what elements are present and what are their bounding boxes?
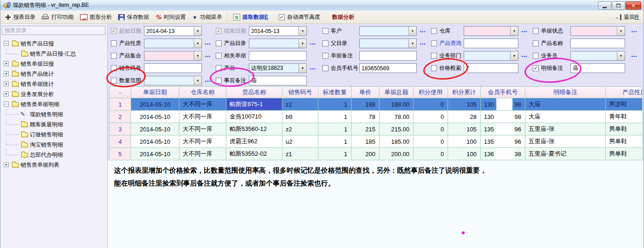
sales-code-input[interactable] bbox=[144, 63, 202, 73]
expand-icon[interactable]: + bbox=[4, 81, 9, 86]
product-set-lookup-button[interactable]: … bbox=[205, 52, 211, 58]
cell-total[interactable]: 200.00 bbox=[380, 148, 414, 160]
cell-warehouse[interactable]: 大不同一库 bbox=[179, 98, 226, 111]
cell-total[interactable]: 188.00 bbox=[380, 98, 414, 111]
cell-qty[interactable]: 1 bbox=[318, 111, 351, 123]
cell-date[interactable]: 2014-05-10 bbox=[131, 148, 179, 160]
header-cell-total[interactable]: 单据总额 bbox=[380, 87, 414, 98]
product-query-checkbox[interactable] bbox=[431, 40, 437, 46]
related-doc-input[interactable] bbox=[249, 51, 307, 61]
expand-icon[interactable]: + bbox=[4, 162, 9, 167]
related-doc-checkbox[interactable] bbox=[216, 53, 222, 59]
cell-date[interactable]: 2014-05-10 bbox=[131, 111, 179, 123]
cell-price[interactable]: 78 bbox=[351, 111, 380, 123]
customer-lookup-button[interactable]: … bbox=[420, 27, 426, 34]
dropdown-arrow-icon[interactable]: ▼ bbox=[299, 27, 306, 35]
tree-item-sales-product-daily[interactable]: -销售产品日报 bbox=[0, 39, 107, 49]
cell-phone[interactable]: 13638 bbox=[481, 148, 525, 160]
customer-checkbox[interactable] bbox=[322, 28, 328, 34]
end-date-checkbox[interactable]: ✓ bbox=[216, 28, 222, 34]
tree-item-sales-product-daily-summary[interactable]: 销售产品日报-汇总 bbox=[0, 49, 107, 59]
cell-qty[interactable]: 1 bbox=[318, 148, 351, 160]
cell-note[interactable]: 五里庙-张 bbox=[525, 123, 606, 135]
cell-points_used[interactable]: 0 bbox=[414, 123, 448, 135]
cell-warehouse[interactable]: 大不同一库 bbox=[179, 111, 226, 123]
dropdown-arrow-icon[interactable]: ▼ bbox=[408, 27, 416, 35]
tree-item-cash-sales-detail[interactable]: ✎现款销售明细 bbox=[0, 109, 107, 119]
cell-points_total[interactable]: 100 bbox=[448, 135, 481, 148]
toolbar-function-menu-button[interactable]: 功能菜单 bbox=[189, 11, 225, 23]
cell-price[interactable]: 185 bbox=[351, 135, 380, 148]
sales-detail-table[interactable]: -单据日期仓库名称货品名称销售码号标准数量单价单据总额积分使用积分累计会员手机号… bbox=[109, 86, 643, 161]
cell-warehouse[interactable]: 大不同一库 bbox=[179, 148, 226, 160]
collapse-icon[interactable]: - bbox=[4, 41, 9, 46]
cell-note[interactable]: 大庙 bbox=[525, 98, 606, 111]
end-date-dropdown[interactable]: 2014-05-13▼ bbox=[249, 26, 307, 36]
product-catalog-lookup-button[interactable]: … bbox=[310, 39, 316, 46]
cell-date[interactable]: 2014-05-10 bbox=[131, 98, 179, 111]
doc-status-lookup-button[interactable]: … bbox=[631, 27, 638, 34]
toolbar-chart-analysis-button[interactable]: 图形分析 bbox=[77, 11, 115, 23]
header-cell-date[interactable]: 单据日期 bbox=[131, 87, 179, 98]
cell-total[interactable]: 78.00 bbox=[380, 111, 414, 123]
cell-warehouse[interactable]: 大不同一库 bbox=[179, 135, 226, 148]
doc-note-checkbox[interactable] bbox=[322, 53, 328, 59]
qty-range-checkbox[interactable] bbox=[111, 78, 117, 84]
tree-item-sales-doc-daily[interactable]: +销售单据日报 bbox=[0, 59, 107, 69]
dropdown-arrow-icon[interactable]: ▼ bbox=[194, 76, 201, 85]
cell-total[interactable]: 185.00 bbox=[380, 135, 414, 148]
dropdown-arrow-icon[interactable]: ▼ bbox=[194, 27, 201, 35]
business-dept-lookup-button[interactable]: … bbox=[521, 52, 528, 58]
header-cell-phone[interactable]: 会员手机号 bbox=[481, 87, 525, 98]
warehouse-checkbox[interactable] bbox=[431, 28, 437, 34]
warehouse-lookup-button[interactable]: … bbox=[521, 27, 528, 34]
cell-phone[interactable]: 13596 bbox=[481, 135, 525, 148]
product-nature-lookup-button[interactable]: … bbox=[205, 39, 211, 46]
header-cell-item[interactable]: 货品名称 bbox=[226, 87, 282, 98]
member-phone-input[interactable]: 183650569 bbox=[359, 63, 417, 73]
salesman-lookup-button[interactable]: … bbox=[631, 52, 638, 58]
table-row[interactable]: 12014-05-10大不同一库帕斯雷875-1z21188188.000105… bbox=[109, 98, 642, 111]
dropdown-arrow-icon[interactable]: ▼ bbox=[408, 39, 416, 48]
product-name-input[interactable] bbox=[570, 39, 625, 48]
start-date-dropdown[interactable]: 2014-04-13▼ bbox=[144, 26, 202, 36]
cell-item[interactable]: 帕斯53552-02 bbox=[226, 148, 282, 160]
expand-icon[interactable]: + bbox=[4, 71, 9, 76]
cell-item[interactable]: 帕斯雷875-1 bbox=[226, 98, 282, 111]
business-dept-dropdown[interactable]: ▼ bbox=[464, 51, 518, 61]
product-lookup-button[interactable]: … bbox=[310, 64, 316, 71]
cell-qty[interactable]: 1 bbox=[318, 123, 351, 135]
cell-item[interactable]: 金燕100710 bbox=[226, 111, 282, 123]
tree-item-customer-exchange-detail[interactable]: 顾客换退明细 bbox=[0, 119, 107, 130]
dropdown-arrow-icon[interactable]: ▼ bbox=[194, 39, 201, 48]
dropdown-arrow-icon[interactable]: ▼ bbox=[510, 27, 518, 35]
cell-points_total[interactable]: 28 bbox=[448, 111, 481, 123]
cell-item[interactable]: 虎霸王962 bbox=[226, 135, 282, 148]
table-row[interactable]: 22014-05-10大不同一库金燕100710b917878.00028130… bbox=[109, 111, 642, 123]
dropdown-arrow-icon[interactable]: ▼ bbox=[299, 39, 306, 48]
cell-date[interactable]: 2014-05-10 bbox=[131, 135, 179, 148]
auto-height-toggle[interactable]: ✓自动调节高度 bbox=[279, 13, 320, 21]
header-cell-points_used[interactable]: 积分使用 bbox=[414, 87, 448, 98]
cell-nature[interactable]: 男单鞋 bbox=[606, 135, 643, 148]
toolbar-back-button[interactable]: 返回R bbox=[611, 11, 642, 23]
start-date-checkbox[interactable]: ✓ bbox=[111, 28, 117, 34]
table-row[interactable]: 32014-05-10大不同一库帕斯53560-12z21215215.0001… bbox=[109, 123, 642, 135]
product-nature-checkbox[interactable] bbox=[111, 40, 117, 46]
tree-item-sales-doc-list[interactable]: +销售类单据列表 bbox=[0, 160, 107, 170]
header-cell-nature[interactable]: 产品性质 bbox=[606, 87, 643, 98]
qty-range-lookup-button[interactable]: … bbox=[205, 77, 211, 83]
minimize-button[interactable] bbox=[598, 1, 611, 10]
tree-item-business-growth-analysis[interactable]: +业务发展分析 bbox=[0, 89, 107, 99]
cell-note[interactable]: 大庙 bbox=[525, 111, 606, 123]
cell-num[interactable]: 4 bbox=[109, 135, 131, 148]
product-set-checkbox[interactable] bbox=[111, 53, 117, 59]
qty-range-dropdown[interactable]: ▼ bbox=[144, 76, 202, 85]
cell-points_total[interactable]: 105 bbox=[448, 98, 481, 111]
cell-points_total[interactable]: 105 bbox=[448, 123, 481, 135]
table-row[interactable]: 42014-05-10大不同一库虎霸王962u21185185.00010013… bbox=[109, 135, 642, 148]
cell-nature[interactable]: 青年鞋 bbox=[606, 111, 643, 123]
doc-status-checkbox[interactable] bbox=[533, 28, 539, 34]
detail-note-input[interactable]: 庙 bbox=[570, 63, 625, 73]
toolbar-print-button[interactable]: 打印功能 bbox=[39, 11, 77, 23]
